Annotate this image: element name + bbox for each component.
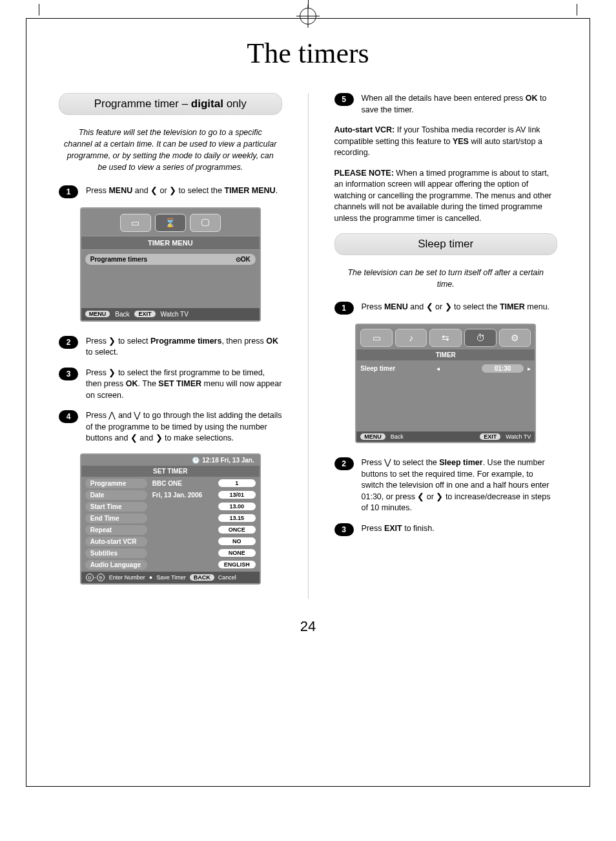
intro-text: This feature will set the television to … bbox=[64, 127, 277, 174]
printer-marks bbox=[0, 0, 616, 18]
step-badge-2: 2 bbox=[59, 336, 78, 349]
step-badge-5: 5 bbox=[334, 93, 354, 106]
osd2-footer: 0-9 Enter Number ● Save Timer BACK Cance… bbox=[81, 572, 260, 583]
set-timer-row: End Time13.15 bbox=[85, 514, 256, 523]
step-3: 3 Press ❯ to select the first programme … bbox=[59, 368, 282, 402]
osd3-icon-2: ♪ bbox=[395, 329, 427, 347]
sleep-step-2: 2 Press ⋁ to select the Sleep timer. Use… bbox=[334, 457, 558, 514]
osd-set-timer: 🕐12:18 Fri, 13 Jan. SET TIMER ProgrammeB… bbox=[80, 453, 261, 585]
osd3-icon-5: ⚙ bbox=[499, 329, 531, 347]
dot-icon: ● bbox=[149, 574, 152, 581]
set-timer-row: DateFri, 13 Jan. 200613/01 bbox=[85, 490, 256, 500]
section-title-bold: digital bbox=[191, 98, 223, 110]
set-timer-row: Start Time13.00 bbox=[85, 502, 256, 512]
column-separator bbox=[308, 93, 309, 599]
osd3-title: TIMER bbox=[356, 349, 535, 360]
step-4: 4 Press ⋀ and ⋁ to go through the list a… bbox=[59, 410, 282, 444]
osd3-footer: MENU Back EXIT Watch TV bbox=[356, 431, 535, 442]
section-title-post: only bbox=[223, 98, 247, 110]
sleep-step-1: 1 Press MENU and ❮ or ❯ to select the TI… bbox=[334, 302, 558, 315]
set-timer-row: Auto-start VCRNO bbox=[85, 537, 256, 546]
osd-sleep-timer: ▭ ♪ ⇆ ⏱ ⚙ TIMER Sleep timer ◂ 01:30 ▸ bbox=[355, 324, 536, 443]
back-pill: BACK bbox=[190, 574, 214, 581]
set-timer-row: RepeatONCE bbox=[85, 525, 256, 535]
osd-icon-picture: ▭ bbox=[120, 214, 151, 232]
osd1-title: TIMER MENU bbox=[81, 236, 260, 250]
right-arrow-icon: ▸ bbox=[528, 365, 531, 372]
left-column: Programme timer – digital only This feat… bbox=[59, 93, 282, 599]
auto-start-vcr-note: Auto-start VCR: If your Toshiba media re… bbox=[334, 125, 558, 159]
sleep-badge-2: 2 bbox=[334, 457, 354, 470]
osd3-icon-3: ⇆ bbox=[429, 329, 462, 347]
section-programme-timer: Programme timer – digital only bbox=[59, 93, 282, 115]
right-column: 5 When all the details have been entered… bbox=[334, 93, 558, 599]
section-sleep-timer: Sleep timer bbox=[334, 233, 558, 255]
please-note: PLEASE NOTE: When a timed programme is a… bbox=[334, 168, 558, 225]
step-3-text: Press ❯ to select the first programme to… bbox=[86, 368, 282, 402]
step-badge-1: 1 bbox=[59, 185, 78, 198]
page-number: 24 bbox=[59, 618, 557, 635]
step-2: 2 Press ❯ to select Programme timers, th… bbox=[59, 336, 282, 358]
page-title: The timers bbox=[59, 37, 557, 70]
page-frame: The timers Programme timer – digital onl… bbox=[26, 18, 590, 787]
step-2-text: Press ❯ to select Programme timers, then… bbox=[86, 336, 282, 358]
sleep-badge-3: 3 bbox=[334, 523, 354, 536]
set-timer-row: Audio LanguageENGLISH bbox=[85, 560, 256, 570]
sleep-step-3: 3 Press EXIT to finish. bbox=[334, 523, 558, 536]
exit-pill: EXIT bbox=[134, 311, 155, 317]
set-timer-row: SubtitlesNONE bbox=[85, 548, 256, 558]
sleep-badge-1: 1 bbox=[334, 302, 354, 315]
left-arrow-icon: ◂ bbox=[436, 365, 440, 372]
clock-icon: 🕐 bbox=[192, 457, 200, 464]
menu-pill: MENU bbox=[85, 311, 110, 317]
step-badge-4: 4 bbox=[59, 410, 78, 423]
step-5-text: When all the details have been entered p… bbox=[362, 93, 558, 116]
osd-timer-menu: ▭ ⌛ 🖵 TIMER MENU Programme timers ⊙ OK M… bbox=[80, 207, 261, 322]
osd1-footer: MENU Back EXIT Watch TV bbox=[81, 308, 260, 320]
osd1-row-programme-timers: Programme timers ⊙ OK bbox=[85, 254, 256, 265]
step-4-text: Press ⋀ and ⋁ to go through the list add… bbox=[86, 410, 282, 444]
step-badge-3: 3 bbox=[59, 368, 78, 380]
osd3-row-sleep: Sleep timer ◂ 01:30 ▸ bbox=[360, 364, 531, 373]
osd-icon-tv: 🖵 bbox=[190, 214, 221, 232]
section-title-pre: Programme timer – bbox=[94, 98, 191, 110]
step-1-text: Press MENU and ❮ or ❯ to select the TIME… bbox=[86, 185, 282, 198]
osd3-icon-1: ▭ bbox=[360, 329, 393, 347]
nav-dot-icon: ⊙ bbox=[236, 256, 241, 263]
sleep-intro: The television can be set to turn itself… bbox=[340, 267, 553, 290]
osd-icon-timer: ⌛ bbox=[155, 214, 186, 232]
set-timer-row: ProgrammeBBC ONE1 bbox=[85, 479, 256, 488]
step-1: 1 Press MENU and ❮ or ❯ to select the TI… bbox=[59, 185, 282, 198]
osd2-title: SET TIMER bbox=[81, 466, 260, 477]
osd3-icon-timer: ⏱ bbox=[464, 329, 497, 347]
step-5: 5 When all the details have been entered… bbox=[334, 93, 558, 116]
